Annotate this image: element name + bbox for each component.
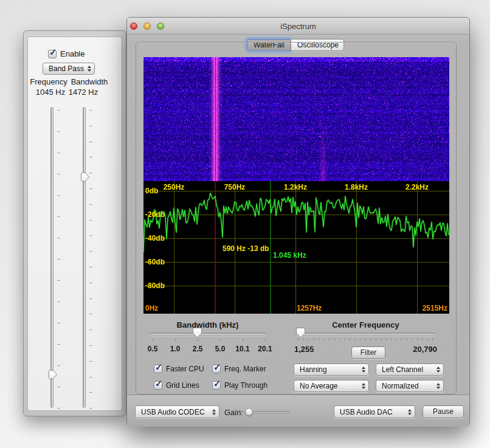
checkmark-icon: ✓ — [49, 47, 57, 58]
x-bottom-0hz: 0Hz — [145, 304, 158, 312]
stepper-arrows-icon — [212, 409, 216, 415]
scaling-value: Normalized — [382, 382, 419, 390]
waterfall-canvas[interactable] — [143, 57, 449, 181]
waterfall-display[interactable] — [143, 57, 449, 181]
averaging-dropdown[interactable]: No Average — [294, 380, 369, 392]
bandwidth-kh-slider-track[interactable] — [149, 333, 266, 336]
faster-cpu-checkbox[interactable]: ✓ — [154, 365, 162, 373]
checkmark-icon: ✓ — [155, 378, 163, 389]
grid-lines-label: Grid Lines — [166, 381, 199, 390]
filter-window-content: ✓ Enable Band Pass Frequency Bandwidth 1… — [27, 36, 122, 411]
x-tick-2-2khz: 2.2kHz — [405, 183, 429, 191]
filter-type-value: Band Pass — [49, 64, 84, 73]
y-tick-20db: -20db — [145, 210, 165, 219]
main-window: iSpectrum WaterFall Oscilloscope 250Hz 7… — [126, 17, 470, 427]
checkmark-icon: ✓ — [213, 378, 221, 389]
x-bottom-2515hz: 2515Hz — [423, 304, 447, 312]
frequency-label: Frequency — [29, 77, 69, 86]
stepper-arrows-icon — [362, 383, 365, 389]
output-device-dropdown[interactable]: USB Audio DAC — [334, 405, 415, 418]
enable-checkbox[interactable]: ✓ — [48, 50, 57, 58]
enable-label: Enable — [60, 49, 85, 58]
stepper-arrows-icon — [437, 367, 440, 373]
x-tick-250hz: 250Hz — [164, 183, 185, 191]
bandwidth-slider-track[interactable] — [83, 107, 86, 408]
spectrum-display[interactable]: 250Hz 750Hz 1.2kHz 1.8kHz 2.2kHz 0db -20… — [143, 181, 449, 314]
play-through-label: Play Through — [224, 381, 267, 390]
stepper-arrows-icon — [88, 66, 91, 72]
window-title: iSpectrum — [127, 22, 469, 31]
center-frequency-slider-title: Center Frequency — [295, 320, 436, 329]
cursor-readout: 590 Hz -13 db — [223, 244, 269, 253]
pause-button[interactable]: Pause — [423, 405, 464, 418]
grid-lines-row[interactable]: ✓ Grid Lines — [154, 381, 199, 390]
main-window-titlebar[interactable]: iSpectrum — [127, 18, 469, 35]
y-tick-0db: 0db — [145, 187, 158, 195]
bandwidth-tick-labels: 0.5 1.0 2.5 5.0 10.1 20.1 — [149, 345, 266, 353]
bandwidth-slider-thumb[interactable] — [81, 172, 90, 182]
stepper-arrows-icon — [408, 409, 412, 415]
freq-marker-checkbox[interactable]: ✓ — [212, 365, 221, 373]
bw-tick-2.5: 2.5 — [193, 345, 203, 353]
channel-dropdown[interactable]: Left Channel — [376, 364, 444, 376]
stepper-arrows-icon — [362, 367, 365, 373]
frequency-slider-thumb[interactable] — [49, 370, 58, 379]
filter-window: ✓ Enable Band Pass Frequency Bandwidth 1… — [23, 30, 126, 416]
window-function-value: Hanning — [300, 365, 327, 374]
center-frequency-marker-label: 1.045 kHz — [273, 251, 306, 260]
x-tick-1-8khz: 1.8kHz — [345, 183, 368, 191]
bw-tick-0.5: 0.5 — [148, 345, 158, 353]
bw-tick-20.1: 20.1 — [258, 345, 272, 353]
enable-checkbox-row[interactable]: ✓ Enable — [48, 49, 85, 58]
filter-button[interactable]: Filter — [351, 346, 385, 359]
channel-value: Left Channel — [382, 365, 423, 374]
input-device-value: USB Audio CODEC — [141, 408, 205, 416]
bandwidth-value: 1472 Hz — [63, 88, 103, 97]
x-tick-1-2khz: 1.2kHz — [284, 183, 307, 191]
freq-marker-row[interactable]: ✓ Freq. Marker — [212, 365, 266, 373]
frequency-slider-track[interactable] — [50, 107, 53, 408]
checkmark-icon: ✓ — [155, 362, 163, 373]
stepper-arrows-icon — [437, 383, 440, 389]
window-function-dropdown[interactable]: Hanning — [294, 364, 369, 376]
bw-tick-10.1: 10.1 — [235, 345, 249, 353]
bandwidth-slider-ticks — [89, 110, 93, 408]
bandwidth-label: Bandwidth — [69, 77, 109, 86]
faster-cpu-row[interactable]: ✓ Faster CPU — [154, 365, 204, 373]
center-frequency-min: 1,255 — [294, 345, 314, 354]
y-tick-60db: -60db — [145, 258, 165, 266]
grid-lines-checkbox[interactable]: ✓ — [154, 381, 162, 390]
checkmark-icon: ✓ — [213, 362, 221, 373]
gain-label: Gain: — [224, 408, 243, 417]
x-tick-750hz: 750Hz — [224, 183, 246, 191]
frequency-slider-ticks — [57, 110, 61, 408]
bandwidth-slider-ticks — [153, 339, 266, 342]
y-tick-80db: -80db — [145, 281, 165, 290]
spectrum-canvas[interactable] — [143, 181, 449, 314]
y-tick-40db: -40db — [145, 234, 165, 243]
bw-tick-5.0: 5.0 — [215, 345, 226, 353]
bandwidth-khz-slider-thumb[interactable] — [193, 328, 202, 338]
bw-tick-1.0: 1.0 — [170, 345, 181, 353]
faster-cpu-label: Faster CPU — [166, 365, 204, 373]
bandwidth-slider-title: Bandwidth (kHz) — [149, 320, 266, 329]
averaging-value: No Average — [300, 382, 338, 390]
center-frequency-max: 20,790 — [388, 345, 437, 354]
x-bottom-1257hz: 1257Hz — [297, 304, 322, 312]
center-frequency-slider-track[interactable] — [295, 333, 436, 336]
center-frequency-slider-thumb[interactable] — [296, 328, 305, 338]
freq-marker-label: Freq. Marker — [224, 365, 266, 373]
input-device-dropdown[interactable]: USB Audio CODEC — [135, 405, 219, 418]
scaling-dropdown[interactable]: Normalized — [376, 380, 444, 392]
output-device-value: USB Audio DAC — [340, 408, 393, 416]
filter-type-dropdown[interactable]: Band Pass — [43, 63, 95, 75]
play-through-row[interactable]: ✓ Play Through — [212, 381, 267, 390]
gain-slider-thumb[interactable] — [245, 408, 253, 416]
play-through-checkbox[interactable]: ✓ — [212, 381, 221, 390]
center-frequency-slider-ticks — [298, 338, 435, 341]
